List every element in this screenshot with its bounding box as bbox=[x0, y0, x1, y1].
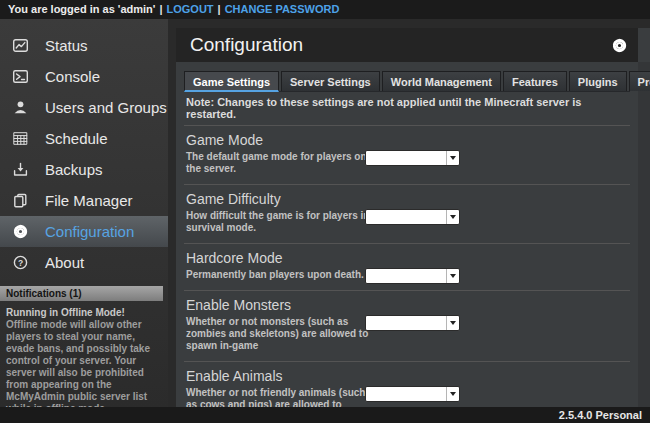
notification-item: Running in Offline Mode! Offline mode wi… bbox=[0, 301, 163, 415]
separator: | bbox=[155, 3, 166, 15]
scrollbar-gutter[interactable] bbox=[638, 62, 650, 407]
sidebar-item-label: Configuration bbox=[45, 223, 134, 240]
sidebar-item-label: Schedule bbox=[45, 130, 108, 147]
tab-server-settings[interactable]: Server Settings bbox=[281, 71, 380, 91]
sidebar-item-console[interactable]: Console bbox=[0, 61, 168, 92]
setting-name: Game Difficulty bbox=[186, 190, 628, 208]
sidebar-item-schedule[interactable]: Schedule bbox=[0, 123, 168, 154]
main-layout: StatusConsoleUsers and GroupsScheduleBac… bbox=[0, 19, 650, 407]
setting-select-hardcore-mode[interactable] bbox=[365, 268, 460, 284]
sidebar-item-label: File Manager bbox=[45, 192, 133, 209]
setting-row-enable-monsters: Enable MonstersWhether or not monsters (… bbox=[184, 291, 630, 362]
restart-note: Note: Changes to these settings are not … bbox=[184, 92, 630, 126]
notifications-panel: Notifications (1) Running in Offline Mod… bbox=[0, 286, 163, 415]
sidebar-menu: StatusConsoleUsers and GroupsScheduleBac… bbox=[0, 30, 168, 278]
setting-row-game-difficulty: Game DifficultyHow difficult the game is… bbox=[184, 185, 630, 244]
setting-name: Enable Animals bbox=[186, 367, 628, 385]
chevron-down-icon bbox=[446, 151, 459, 165]
tab-world-management[interactable]: World Management bbox=[382, 71, 501, 91]
notifications-header: Notifications (1) bbox=[0, 286, 163, 301]
settings-list: Game ModeThe default game mode for playe… bbox=[184, 126, 630, 407]
setting-name: Hardcore Mode bbox=[186, 249, 628, 267]
setting-select-enable-monsters[interactable] bbox=[365, 315, 460, 331]
logged-in-text: You are logged in as 'admin' bbox=[8, 3, 155, 15]
setting-select-game-mode[interactable] bbox=[365, 150, 460, 166]
chevron-down-icon bbox=[446, 387, 459, 401]
svg-text:?: ? bbox=[18, 258, 23, 268]
tab-features[interactable]: Features bbox=[503, 71, 567, 91]
setting-description: Whether or not friendly animals (such as… bbox=[186, 387, 370, 407]
sidebar-item-backups[interactable]: Backups bbox=[0, 154, 168, 185]
backups-icon bbox=[12, 161, 29, 178]
sidebar-item-about[interactable]: ?About bbox=[0, 247, 168, 278]
change-password-link[interactable]: CHANGE PASSWORD bbox=[225, 3, 340, 15]
sidebar-item-label: Console bbox=[45, 68, 100, 85]
configuration-panel: Configuration Game SettingsServer Settin… bbox=[176, 28, 650, 407]
logout-link[interactable]: LOGOUT bbox=[167, 3, 214, 15]
setting-select-enable-animals[interactable] bbox=[365, 386, 460, 402]
tab-preferences[interactable]: Preferences bbox=[629, 71, 650, 91]
question-icon: ? bbox=[12, 254, 29, 271]
gear-icon bbox=[12, 223, 29, 240]
setting-row-enable-animals: Enable AnimalsWhether or not friendly an… bbox=[184, 362, 630, 407]
setting-description: Permanently ban players upon death. bbox=[186, 269, 370, 281]
setting-description: Whether or not monsters (such as zombies… bbox=[186, 316, 370, 352]
tab-bar: Game SettingsServer SettingsWorld Manage… bbox=[184, 71, 630, 92]
users-icon bbox=[12, 99, 29, 116]
version-label: 2.5.4.0 Personal bbox=[559, 409, 642, 421]
sidebar: StatusConsoleUsers and GroupsScheduleBac… bbox=[0, 19, 168, 407]
sidebar-item-users-and-groups[interactable]: Users and Groups bbox=[0, 92, 168, 123]
setting-description: How difficult the game is for players in… bbox=[186, 210, 370, 234]
sidebar-item-label: About bbox=[45, 254, 84, 271]
chevron-down-icon bbox=[446, 269, 459, 283]
status-icon bbox=[12, 37, 29, 54]
chevron-down-icon bbox=[446, 316, 459, 330]
separator: | bbox=[214, 3, 225, 15]
sidebar-item-label: Users and Groups bbox=[45, 99, 167, 116]
setting-row-hardcore-mode: Hardcore ModePermanently ban players upo… bbox=[184, 244, 630, 291]
setting-name: Enable Monsters bbox=[186, 296, 628, 314]
notification-title: Running in Offline Mode! bbox=[6, 307, 157, 319]
status-bar: 2.5.4.0 Personal bbox=[0, 407, 650, 423]
sidebar-item-configuration[interactable]: Configuration bbox=[0, 216, 168, 247]
chevron-down-icon bbox=[446, 210, 459, 224]
gear-icon[interactable] bbox=[611, 37, 628, 54]
setting-description: The default game mode for players on the… bbox=[186, 151, 370, 175]
page-title: Configuration bbox=[190, 34, 611, 56]
schedule-icon bbox=[12, 130, 29, 147]
setting-select-game-difficulty[interactable] bbox=[365, 209, 460, 225]
panel-header: Configuration bbox=[176, 28, 638, 62]
notification-body-text: Offline mode will allow other players to… bbox=[6, 319, 157, 415]
setting-name: Game Mode bbox=[186, 131, 628, 149]
sidebar-item-label: Backups bbox=[45, 161, 103, 178]
top-bar: You are logged in as 'admin'|LOGOUT|CHAN… bbox=[0, 0, 650, 19]
sidebar-item-label: Status bbox=[45, 37, 88, 54]
console-icon bbox=[12, 68, 29, 85]
tab-plugins[interactable]: Plugins bbox=[569, 71, 627, 91]
sidebar-item-status[interactable]: Status bbox=[0, 30, 168, 61]
panel-content: Game SettingsServer SettingsWorld Manage… bbox=[176, 62, 638, 407]
file-manager-icon bbox=[12, 192, 29, 209]
sidebar-item-file-manager[interactable]: File Manager bbox=[0, 185, 168, 216]
setting-row-game-mode: Game ModeThe default game mode for playe… bbox=[184, 126, 630, 185]
tab-game-settings[interactable]: Game Settings bbox=[184, 71, 279, 92]
